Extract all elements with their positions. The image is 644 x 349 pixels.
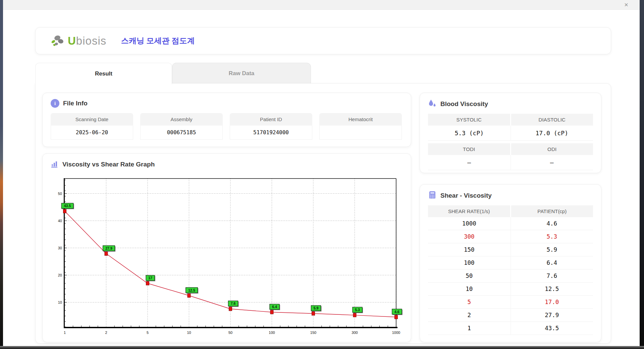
field-label: Scanning Date <box>51 113 133 126</box>
field-label: Hematocrit <box>319 113 402 126</box>
info-icon: i <box>51 99 59 108</box>
blood-viscosity-card: Blood Viscosity SYSTOLIC DIASTOLIC 5.3 (… <box>420 93 601 173</box>
patient-cell: 5.9 <box>511 243 593 256</box>
file-info-card: i File Info Scanning Date 2025-06-20 Ass… <box>42 93 411 147</box>
svg-text:7.6: 7.6 <box>231 301 236 305</box>
field-scanning-date: Scanning Date 2025-06-20 <box>51 113 133 140</box>
svg-text:50: 50 <box>58 192 62 196</box>
graph-title: Viscosity vs Shear Rate Graph <box>62 161 155 168</box>
graph-card: Viscosity vs Shear Rate Graph 1020304050… <box>42 153 411 342</box>
svg-text:4.6: 4.6 <box>394 310 399 314</box>
file-info-title: File Info <box>63 100 88 107</box>
viscosity-shear-rate-chart: 10203040501251050100150300100043.527.917… <box>52 176 402 336</box>
blood-drops-icon <box>428 99 437 109</box>
svg-text:5.9: 5.9 <box>314 306 319 310</box>
patient-column-header: PATIENT(cp) <box>510 205 593 217</box>
patient-cell: 17.0 <box>511 296 593 309</box>
svg-text:150: 150 <box>310 331 316 335</box>
shear-rate-cell: 1000 <box>428 217 511 230</box>
systolic-value: 5.3 (cP) <box>428 126 511 141</box>
svg-text:10: 10 <box>187 331 191 335</box>
patient-cell: 5.3 <box>511 230 593 243</box>
window-titlebar: × <box>3 0 640 10</box>
table-row: 5 17.0 <box>428 296 593 309</box>
svg-text:1000: 1000 <box>392 331 400 335</box>
odi-header: ODI <box>510 143 593 155</box>
shear-rate-cell: 150 <box>428 243 511 256</box>
field-assembly: Assembly 000675185 <box>140 113 223 140</box>
shear-viscosity-card: Shear - Viscosity SHEAR RATE(1/s) PATIEN… <box>420 184 601 342</box>
svg-text:50: 50 <box>228 331 232 335</box>
app-title-korean: 스캐닝 모세관 점도계 <box>121 36 195 46</box>
field-label: Patient ID <box>230 113 312 126</box>
desktop-wallpaper-left-edge <box>0 0 3 349</box>
svg-text:40: 40 <box>58 219 62 223</box>
table-row: 2 27.9 <box>428 309 593 322</box>
table-row: 300 5.3 <box>428 230 593 243</box>
shear-rate-cell: 100 <box>428 256 511 269</box>
blood-viscosity-title: Blood Viscosity <box>440 100 488 108</box>
patient-cell: 27.9 <box>511 309 593 322</box>
todi-odi-table: TODI ODI – – <box>428 143 593 170</box>
calculator-icon <box>428 191 437 201</box>
svg-text:12.5: 12.5 <box>188 288 195 292</box>
svg-text:1: 1 <box>64 331 66 335</box>
table-row: 100 6.4 <box>428 256 593 269</box>
patient-cell: 12.5 <box>511 283 593 296</box>
systolic-diastolic-table: SYSTOLIC DIASTOLIC 5.3 (cP) 17.0 (cP) <box>428 114 593 141</box>
field-patient-id: Patient ID 51701924000 <box>230 113 312 140</box>
table-row: 10 12.5 <box>428 283 593 296</box>
table-row: 1000 4.6 <box>428 217 593 230</box>
shear-rate-cell: 300 <box>428 230 511 243</box>
shear-viscosity-title: Shear - Viscosity <box>440 192 492 199</box>
svg-text:300: 300 <box>352 331 358 335</box>
bar-chart-icon <box>51 160 59 169</box>
shear-rate-cell: 1 <box>428 322 511 335</box>
patient-cell: 43.5 <box>511 322 593 335</box>
app-window: × Ubiosis 스캐닝 모세관 점도계 Result Raw Data <box>3 0 640 346</box>
table-row: 150 5.9 <box>428 243 593 256</box>
field-value: 000675185 <box>140 126 223 140</box>
field-value: 2025-06-20 <box>51 126 133 140</box>
svg-text:10: 10 <box>58 300 62 304</box>
svg-text:5.3: 5.3 <box>355 308 360 312</box>
diastolic-value: 17.0 (cP) <box>511 126 593 141</box>
shear-rate-column-header: SHEAR RATE(1/s) <box>428 205 510 217</box>
todi-header: TODI <box>428 143 510 155</box>
tab-result[interactable]: Result <box>35 63 172 84</box>
logo-text: Ubiosis <box>68 35 106 47</box>
svg-text:30: 30 <box>58 246 62 250</box>
svg-text:20: 20 <box>58 273 62 277</box>
shear-rate-cell: 50 <box>428 269 511 283</box>
tab-result-label: Result <box>95 70 112 77</box>
table-row: 1 43.5 <box>428 322 593 335</box>
patient-cell: 6.4 <box>511 256 593 269</box>
svg-text:17: 17 <box>148 276 152 280</box>
close-icon[interactable]: × <box>624 1 628 9</box>
svg-text:100: 100 <box>269 331 275 335</box>
patient-cell: 7.6 <box>511 269 593 283</box>
field-label: Assembly <box>140 113 223 126</box>
svg-text:6.4: 6.4 <box>272 305 277 309</box>
desktop-wallpaper-right-edge <box>640 0 644 349</box>
field-value <box>319 126 402 140</box>
patient-cell: 4.6 <box>511 217 593 230</box>
todi-value: – <box>428 155 511 170</box>
svg-text:27.9: 27.9 <box>105 246 112 250</box>
shear-rate-cell: 5 <box>428 296 511 309</box>
ubiosis-leaf-icon <box>50 34 65 48</box>
tab-raw-data[interactable]: Raw Data <box>172 63 311 84</box>
desktop-wallpaper-bottom-edge <box>0 346 644 349</box>
tab-raw-data-label: Raw Data <box>229 70 255 77</box>
svg-text:5: 5 <box>147 331 149 335</box>
logo-text-rest: biosis <box>76 35 106 47</box>
field-value: 51701924000 <box>230 126 312 140</box>
svg-text:2: 2 <box>105 331 107 335</box>
logo-letter-u: U <box>68 35 76 47</box>
shear-viscosity-table: SHEAR RATE(1/s) PATIENT(cp) 1000 4.6 300… <box>428 205 593 335</box>
systolic-header: SYSTOLIC <box>428 114 510 126</box>
odi-value: – <box>511 155 593 170</box>
logo: Ubiosis <box>50 34 106 48</box>
shear-rate-cell: 10 <box>428 283 511 296</box>
svg-text:43.5: 43.5 <box>64 204 71 208</box>
